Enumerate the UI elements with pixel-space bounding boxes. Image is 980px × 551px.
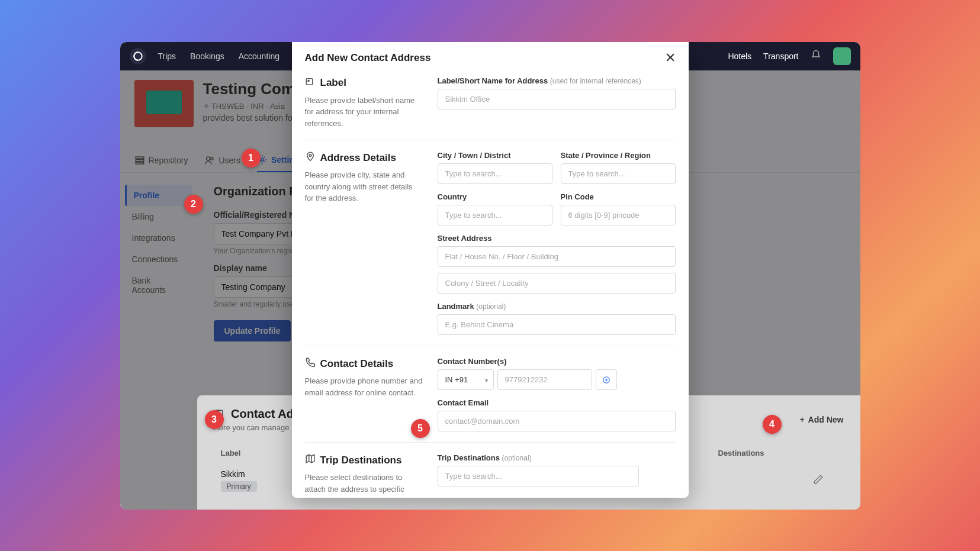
- svg-point-10: [307, 80, 309, 81]
- state-label: State / Province / Region: [561, 151, 676, 160]
- add-contact-modal: Add New Contact Address ✕ Label Please p…: [292, 42, 689, 498]
- close-icon[interactable]: ✕: [665, 50, 676, 66]
- topbar-right: Hotels Transport: [728, 47, 850, 65]
- annotation-2: 2: [184, 195, 203, 214]
- street1-input[interactable]: [438, 246, 676, 267]
- country-code-select[interactable]: [438, 369, 494, 390]
- city-input[interactable]: [438, 163, 552, 184]
- label-desc: Please provide label/short name for addr…: [305, 95, 423, 130]
- app-logo[interactable]: [130, 48, 146, 65]
- add-new-button[interactable]: + Add New: [799, 415, 843, 424]
- modal-header: Add New Contact Address ✕: [292, 42, 689, 74]
- user-avatar[interactable]: [833, 47, 851, 65]
- svg-point-11: [309, 154, 311, 157]
- location-icon: [305, 151, 316, 165]
- annotation-5: 5: [411, 419, 430, 438]
- contact-email-input[interactable]: [438, 411, 676, 431]
- label-input[interactable]: [438, 89, 676, 109]
- modal-title: Add New Contact Address: [305, 52, 431, 64]
- app-window: Trips Bookings Accounting Hotels Transpo…: [120, 42, 860, 510]
- address-section: Address Details Please provide city, sta…: [305, 140, 676, 346]
- th-destinations: Destinations: [718, 449, 837, 457]
- map-icon: [305, 453, 316, 467]
- add-phone-button[interactable]: [596, 369, 617, 390]
- annotation-1: 1: [242, 149, 261, 167]
- contact-details-section: Contact Details Please provide phone num…: [305, 346, 676, 442]
- notification-icon[interactable]: [811, 50, 821, 62]
- landmark-input[interactable]: [438, 314, 676, 335]
- edit-icon[interactable]: [813, 474, 837, 486]
- trip-field-label: Trip Destinations (optional): [438, 453, 676, 462]
- address-desc: Please provide city, state and country a…: [305, 169, 423, 204]
- pin-input[interactable]: [561, 205, 676, 225]
- phone-number-input[interactable]: [497, 369, 592, 390]
- plus-icon: +: [799, 415, 804, 424]
- landmark-label: Landmark (optional): [438, 302, 676, 311]
- city-label: City / Town / District: [438, 151, 552, 160]
- street2-input[interactable]: [438, 273, 676, 294]
- annotation-3: 3: [205, 410, 224, 429]
- nav-accounting[interactable]: Accounting: [239, 51, 279, 61]
- state-input[interactable]: [561, 163, 676, 184]
- nav-bookings[interactable]: Bookings: [190, 51, 224, 61]
- primary-badge: Primary: [221, 481, 257, 492]
- phone-icon: [305, 357, 316, 370]
- country-label: Country: [438, 192, 552, 201]
- annotation-4: 4: [763, 415, 782, 434]
- nav-trips[interactable]: Trips: [158, 51, 176, 61]
- contact-number-label: Contact Number(s): [438, 357, 676, 366]
- svg-rect-9: [306, 78, 313, 85]
- label-section: Label Please provide label/short name fo…: [305, 74, 676, 140]
- contact-email-label: Contact Email: [438, 398, 676, 407]
- contact-details-desc: Please provide phone number and email ad…: [305, 375, 423, 398]
- street-label: Street Address: [438, 234, 676, 243]
- label-field-label: Label/Short Name for Address (used for i…: [438, 76, 676, 85]
- nav-transport[interactable]: Transport: [763, 51, 798, 61]
- trip-destinations-input[interactable]: [438, 466, 639, 486]
- pin-label: Pin Code: [561, 192, 676, 201]
- trip-desc: Please select destinations to attach the…: [305, 472, 423, 498]
- topbar-nav: Trips Bookings Accounting: [158, 51, 279, 61]
- tag-icon: [305, 76, 316, 90]
- country-input[interactable]: [438, 205, 552, 225]
- trip-destinations-section: Trip Destinations Please select destinat…: [305, 442, 676, 498]
- nav-hotels[interactable]: Hotels: [728, 51, 751, 61]
